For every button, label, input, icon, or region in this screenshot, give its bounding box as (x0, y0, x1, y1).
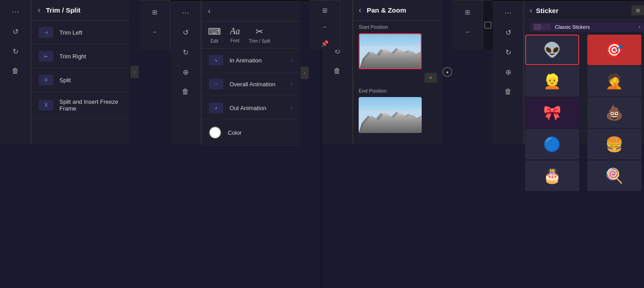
timeline-layers-icon[interactable]: ⊞ (147, 4, 163, 20)
pan-zoom-panel: ‹ Pan & Zoom Start Position = End Positi… (352, 0, 442, 144)
right-bottom-sidebar: ⋯ ↺ ↻ ⊕ 🗑 (493, 1, 523, 144)
sticker-bar-icons (533, 24, 550, 30)
out-animation-label: Out Animation (230, 105, 266, 111)
text-edit-header: ‹ (202, 1, 300, 22)
trim-left-label: Trim Left (59, 29, 82, 36)
trim-left-item[interactable]: ⊣ Trim Left (32, 21, 130, 44)
sticker-category-bar[interactable]: Classic Stickers › (530, 22, 644, 32)
more-options-icon-rb[interactable]: ⋯ (500, 4, 516, 21)
more-options-icon[interactable]: ⋯ (7, 4, 23, 20)
left-bottom-sidebar: ⋯ ↺ ↻ ⊕ 🗑 (170, 1, 201, 144)
out-animation-arrow: › (291, 105, 293, 111)
timeline-minus-icon[interactable]: − (147, 24, 163, 40)
sticker-lollipop[interactable]: 🍭 (587, 160, 641, 191)
split-label: Split (59, 77, 71, 84)
left-half: ⋯ ↺ ↻ 🗑 K KineMaster (0, 0, 322, 288)
sticker-target[interactable]: 🎯 (587, 35, 641, 65)
pz-end-thumb[interactable] (359, 97, 422, 133)
left-bottom-timeline: ⊞ − 📌 00:00:00.000 00:00:04.500 RhizPlay… (310, 0, 340, 50)
sticker-facepalm[interactable]: 🤦 (587, 66, 641, 97)
link-icon-bottom[interactable]: ⊕ (177, 64, 194, 80)
timeline-pin-icon-b[interactable]: 📌 (317, 37, 333, 50)
more-options-icon-bottom[interactable]: ⋯ (177, 4, 194, 21)
trim-split-header: ‹ Trim / Split (32, 0, 130, 21)
split-item[interactable]: ⧖ Split (32, 68, 130, 92)
timeline-resize-handle-tr[interactable] (484, 22, 491, 29)
undo-icon[interactable]: ↺ (7, 23, 23, 40)
timeline-layers-icon-b[interactable]: ⊞ (317, 4, 333, 17)
right-bottom-section: ⋯ ↺ ↻ ⊕ 🗑 K KineMaster ↖ (493, 0, 644, 144)
pz-start-thumb[interactable] (359, 33, 422, 69)
color-item[interactable]: Color (202, 120, 300, 146)
delete-icon-bottom[interactable]: 🗑 (177, 84, 194, 100)
in-animation-arrow: › (291, 57, 293, 63)
split-freeze-item[interactable]: ⧖ Split and Insert Freeze Frame (32, 92, 130, 119)
pz-equals-button[interactable]: = (424, 73, 437, 83)
out-animation-icon: ↲ (209, 102, 223, 113)
overall-animation-item[interactable]: ↔ Overall Animation › (202, 72, 300, 96)
timeline-layers-icon-rt[interactable]: ⊞ (459, 4, 476, 20)
scroll-btn[interactable]: › (131, 66, 139, 78)
back-button[interactable]: ‹ (38, 5, 41, 15)
sticker-grid-icon[interactable]: ⊞ (631, 5, 644, 15)
font-icon: Aa (230, 26, 240, 36)
sticker-alien[interactable]: 👽 (525, 35, 579, 65)
delete-icon-rb[interactable]: 🗑 (500, 84, 516, 100)
sticker-burger[interactable]: 🍔 (587, 129, 641, 160)
trim-split-title: Trim / Split (46, 6, 81, 14)
pz-end-label: End Position (353, 84, 442, 95)
redo-icon-bottom[interactable]: ↻ (177, 44, 194, 60)
trim-right-icon: ⊢ (39, 51, 53, 62)
scroll-btn-bottom-left[interactable]: › (301, 66, 309, 79)
circle-btn-rt[interactable]: ● (442, 67, 452, 77)
right-scroll-handle-bottom-left: › (300, 1, 310, 144)
timeline-inner-bottom-left: ⊞ − 📌 00:00:00.000 00:00:04.500 RhizPlay… (310, 0, 340, 50)
trim-right-item[interactable]: ⊢ Trim Right (32, 44, 130, 68)
sticker-back-button[interactable]: ‹ (530, 6, 532, 15)
edit-button[interactable]: ⌨ Edit (208, 26, 221, 44)
right-top-section: ⋯ ↺ ↻ 🗑 K KineMaster (322, 0, 452, 144)
redo-icon[interactable]: ↻ (7, 43, 23, 59)
redo-icon-rb[interactable]: ↻ (500, 44, 516, 60)
overall-animation-icon: ↔ (209, 79, 223, 89)
pz-start-label: Start Position (353, 21, 442, 31)
out-animation-item[interactable]: ↲ Out Animation › (202, 96, 300, 120)
sticker-cake[interactable]: 🎂 (525, 160, 579, 191)
pz-start-thumb-bg (360, 34, 421, 68)
sticker-hair[interactable]: 👱 (525, 66, 579, 97)
font-label: Font (230, 38, 239, 43)
pz-back-button[interactable]: ‹ (359, 5, 361, 15)
color-label: Color (228, 129, 242, 136)
right-scroll-handle-top-left: › (130, 0, 140, 144)
left-top-timeline: ⊞ − 00:00:01.990 00:00:04.500 GLOBETROTT… (140, 0, 170, 49)
right-half: ⋯ ↺ ↻ 🗑 K KineMaster (322, 0, 644, 288)
pz-title: Pan & Zoom (367, 6, 406, 14)
in-animation-item[interactable]: ↳ In Animation › (202, 49, 300, 72)
timeline-minus-icon-rt[interactable]: − (459, 24, 476, 40)
timeline-minus-icon-b[interactable]: − (317, 21, 333, 34)
link-icon-rb[interactable]: ⊕ (500, 64, 516, 80)
delete-icon-rt[interactable]: 🗑 (329, 63, 345, 79)
split-icon: ⧖ (39, 75, 53, 85)
color-swatch (209, 126, 221, 139)
sticker-circle[interactable]: 🔵 (525, 129, 579, 160)
trim-split-button[interactable]: ✂ Trim / Split (249, 26, 270, 44)
sticker-poop[interactable]: 💩 (587, 97, 641, 128)
split-freeze-label: Split and Insert Freeze Frame (59, 98, 122, 112)
overall-animation-label: Overall Animation (230, 81, 275, 88)
right-top-timeline: ⊞ − 00:00:00.800 00:00:04.500 GLOBETROTT… (452, 0, 493, 49)
font-button[interactable]: Aa Font (230, 26, 240, 44)
sticker-category-arrow: › (639, 24, 640, 30)
undo-icon-bottom[interactable]: ↺ (177, 24, 194, 40)
sticker-bar-icon-2 (542, 24, 550, 30)
scroll-handle-rt: ● (442, 0, 452, 144)
sticker-bow[interactable]: 🎀 (525, 97, 579, 128)
left-top-section: ⋯ ↺ ↻ 🗑 K KineMaster (0, 0, 140, 144)
timeline-right-handle-tr (483, 0, 493, 49)
timeline-inner-top-left: ⊞ − 00:00:01.990 00:00:04.500 GLOBETROTT… (140, 0, 170, 49)
text-edit-back-button[interactable]: ‹ (208, 6, 211, 16)
trim-left-icon: ⊣ (39, 27, 53, 38)
delete-icon[interactable]: 🗑 (7, 63, 23, 79)
undo-icon-rb[interactable]: ↺ (500, 24, 516, 40)
in-animation-label: In Animation (230, 57, 262, 64)
